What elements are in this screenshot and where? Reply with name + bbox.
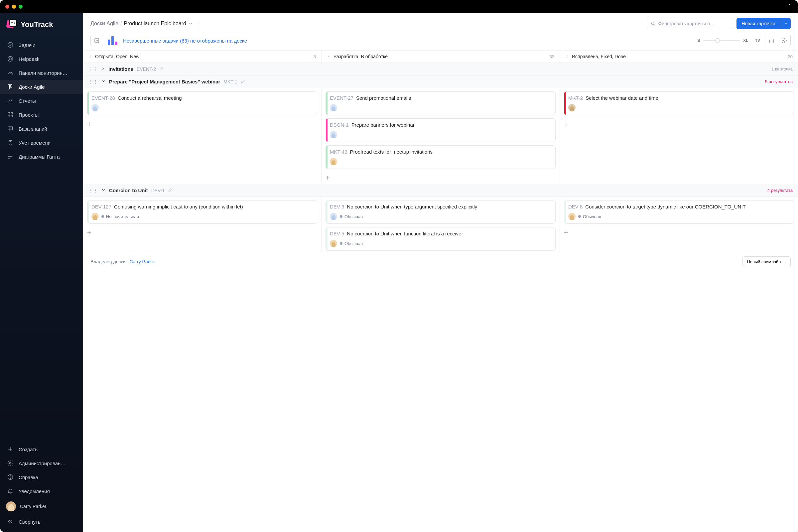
breadcrumb-separator: / xyxy=(120,21,122,26)
expand-swimlane-toggle[interactable] xyxy=(101,66,105,72)
sidebar-item-label: Диаграммы Ганта xyxy=(19,154,60,159)
new-swimlane-button[interactable]: Новый свимлэйн … xyxy=(742,256,791,267)
board-owner-link[interactable]: Carry Parker xyxy=(129,259,156,264)
add-card-button[interactable]: + xyxy=(87,227,317,238)
sidebar-item-agile-boards[interactable]: Доски Agile xyxy=(0,80,83,94)
grid-icon xyxy=(7,111,14,118)
breadcrumb-board-selector[interactable]: Product launch Epic board xyxy=(124,21,193,26)
plus-icon xyxy=(7,445,14,453)
assignee-avatar-icon xyxy=(330,158,337,165)
sidebar-item-projects[interactable]: Проекты xyxy=(0,108,83,122)
card[interactable]: DEV-8Consider coercion to target type dy… xyxy=(564,200,794,224)
add-card-button[interactable]: + xyxy=(325,172,556,183)
card-priority: Обычная xyxy=(340,241,363,246)
edit-swimlane-icon[interactable] xyxy=(159,66,164,72)
report-chart-button[interactable] xyxy=(765,35,778,46)
current-user[interactable]: Carry Parker xyxy=(0,498,83,515)
swimlane-key[interactable]: DEV-1 xyxy=(151,188,165,193)
card[interactable]: DSGN-1Prepare banners for webinar xyxy=(325,118,556,142)
column-count: 8 xyxy=(314,54,316,59)
card-title: Conduct a rehearsal meeting xyxy=(118,95,182,101)
secondary-nav: Создать Администрирован… Справка Уведомл… xyxy=(0,440,83,529)
board-column: DEV-8Consider coercion to target type dy… xyxy=(559,197,798,252)
card[interactable]: DEV-5No coercion to Unit when function l… xyxy=(325,227,556,251)
card-title: Select the webinar date and time xyxy=(586,95,658,101)
edit-swimlane-icon[interactable] xyxy=(168,188,173,193)
card-size-control: S XL TV xyxy=(697,38,760,43)
swimlane-key[interactable]: MKT-1 xyxy=(224,79,237,84)
close-window-button[interactable] xyxy=(5,5,9,8)
sidebar-item-reports[interactable]: Отчеты xyxy=(0,94,83,108)
breadcrumb-parent[interactable]: Доски Agile xyxy=(91,21,118,26)
card-title: Send promotional emails xyxy=(356,95,411,101)
collapse-sidebar-button[interactable]: Свернуть xyxy=(0,515,83,529)
card[interactable]: DEV-127Confusing warning implicit cast t… xyxy=(87,200,317,224)
column-header[interactable]: Разработка, В обработке 32 xyxy=(321,51,559,62)
card-priority: Обычная xyxy=(578,214,601,219)
card-id: MKT-43 xyxy=(330,149,347,155)
add-card-button[interactable]: + xyxy=(564,227,794,238)
card-title: Proofread texts for meetup invitations xyxy=(350,149,433,155)
search-input[interactable] xyxy=(658,21,729,26)
sidebar-item-helpdesk[interactable]: Helpdesk xyxy=(0,52,83,66)
slider-thumb[interactable] xyxy=(715,38,720,43)
minimize-window-button[interactable] xyxy=(12,5,16,8)
card[interactable]: EVENT-27Send promotional emails xyxy=(325,92,556,115)
board-more-menu[interactable]: ⋯ xyxy=(196,20,203,27)
app-logo[interactable]: YT YouTrack xyxy=(0,19,83,38)
board-column: EVENT-28Conduct a rehearsal meeting + xyxy=(83,88,321,184)
tv-mode-label[interactable]: TV xyxy=(755,38,760,43)
sidebar-item-gantt[interactable]: Диаграммы Ганта xyxy=(0,150,83,164)
chevron-down-icon xyxy=(188,21,193,26)
search-box[interactable] xyxy=(647,18,733,29)
hidden-tasks-link[interactable]: Незавершенные задачи (63) не отображены … xyxy=(123,38,247,43)
hourglass-icon xyxy=(7,139,14,146)
window-menu-icon[interactable]: ⋮ xyxy=(787,3,793,10)
card[interactable]: DEV-6No coercion to Unit when type argum… xyxy=(325,200,556,224)
card[interactable]: EVENT-28Conduct a rehearsal meeting xyxy=(87,92,317,115)
gantt-icon xyxy=(7,153,14,160)
board-settings-button[interactable] xyxy=(778,35,790,46)
notifications-button[interactable]: Уведомления xyxy=(0,484,83,498)
column-header[interactable]: Исправлена, Fixed, Done 20 xyxy=(559,51,798,62)
create-button[interactable]: Создать xyxy=(0,442,83,456)
sidebar-item-knowledge-base[interactable]: База знаний xyxy=(0,122,83,136)
drag-handle-icon[interactable]: ⋮⋮ xyxy=(89,79,98,84)
sidebar-item-timesheets[interactable]: Учет времени xyxy=(0,136,83,150)
collapse-swimlane-toggle[interactable] xyxy=(101,188,106,193)
board-owner-label: Владелец доски: xyxy=(91,259,127,264)
add-card-button[interactable]: + xyxy=(87,118,317,129)
book-icon xyxy=(7,125,14,132)
drag-handle-icon[interactable]: ⋮⋮ xyxy=(89,66,98,72)
maximize-window-button[interactable] xyxy=(19,5,23,8)
column-header[interactable]: Открыта, Open, New 8 xyxy=(83,51,321,62)
card-id: DSGN-1 xyxy=(330,122,349,128)
drag-handle-icon[interactable]: ⋮⋮ xyxy=(89,188,98,193)
page-header: Доски Agile / Product launch Epic board … xyxy=(83,13,798,32)
swimlane-key[interactable]: EVENT-2 xyxy=(137,66,156,72)
sidebar-item-issues[interactable]: Задачи xyxy=(0,38,83,52)
svg-point-2 xyxy=(9,58,12,60)
svg-rect-6 xyxy=(11,112,13,114)
add-card-button[interactable]: + xyxy=(564,118,794,129)
new-card-dropdown[interactable] xyxy=(781,18,791,29)
board-footer: Владелец доски: Carry Parker Новый свимл… xyxy=(83,252,798,271)
help-button[interactable]: Справка xyxy=(0,470,83,484)
card[interactable]: MKT-43Proofread texts for meetup invitat… xyxy=(325,145,556,169)
card[interactable]: MKT-2Select the webinar date and time xyxy=(564,92,794,115)
backlog-button[interactable] xyxy=(91,35,103,46)
window-titlebar: ⋮ xyxy=(0,0,798,13)
collapse-swimlane-toggle[interactable] xyxy=(101,79,106,84)
swimlane-header: ⋮⋮ Coercion to Unit DEV-1 4 результата xyxy=(83,184,798,197)
column-title: Исправлена, Fixed, Done xyxy=(572,54,626,59)
sidebar-item-label: Отчеты xyxy=(19,98,36,104)
card-size-slider[interactable] xyxy=(703,40,740,41)
new-card-button[interactable]: Новая карточка xyxy=(737,18,781,29)
sidebar-item-dashboards[interactable]: Панели мониторин… xyxy=(0,66,83,80)
column-headers: Открыта, Open, New 8 Разработка, В обраб… xyxy=(83,51,798,63)
card-id: MKT-2 xyxy=(568,95,583,101)
chart-icon[interactable] xyxy=(108,36,118,45)
edit-swimlane-icon[interactable] xyxy=(241,79,245,84)
administration-button[interactable]: Администрирован… xyxy=(0,456,83,470)
board-toolbar: Незавершенные задачи (63) не отображены … xyxy=(83,32,798,51)
